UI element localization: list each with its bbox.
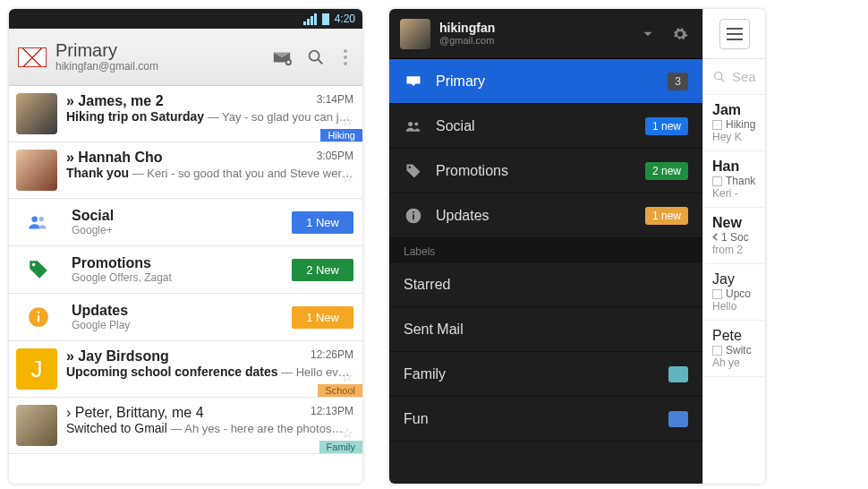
drawer-item-label: Primary (436, 73, 655, 90)
peek-row[interactable]: Han Thank Keri - (703, 151, 765, 208)
drawer-item-label: Starred (404, 277, 688, 293)
drawer-item-updates[interactable]: Updates 1 new (389, 193, 702, 238)
signal-icon (303, 13, 317, 25)
drawer-item-promotions[interactable]: Promotions 2 new (389, 149, 702, 193)
status-bar: 4:20 (9, 9, 362, 29)
drawer-item-label: Sent Mail (404, 322, 688, 338)
checkbox-icon[interactable] (712, 120, 722, 130)
label-chip[interactable]: Family (319, 441, 362, 453)
drawer-item-fun[interactable]: Fun (389, 397, 702, 442)
info-icon (404, 207, 423, 225)
chevron-down-icon[interactable] (636, 22, 660, 46)
peek-row[interactable]: Jam Hiking Hey K (703, 95, 765, 151)
drawer-account-header[interactable]: hikingfan @gmail.com (389, 9, 702, 59)
nav-drawer[interactable]: hikingfan @gmail.com Primary 3 Social 1 … (389, 9, 702, 484)
svg-point-14 (715, 72, 722, 79)
account-avatar[interactable] (400, 19, 430, 49)
sender-avatar[interactable]: J (16, 348, 57, 390)
peek-row[interactable]: New 1 Soc from 2 (703, 208, 765, 264)
gmail-logo-icon[interactable] (18, 47, 47, 67)
android-gmail-screen: 4:20 Primary hikingfan@gmail.com (9, 9, 362, 484)
status-time: 4:20 (335, 13, 355, 25)
sender-avatar[interactable] (16, 150, 57, 191)
checkbox-icon[interactable] (712, 289, 722, 299)
conversation-row[interactable]: » James, me 2 3:14PM Hiking trip on Satu… (9, 86, 362, 142)
action-bar-titles[interactable]: Primary hikingfan@gmail.com (55, 40, 260, 73)
star-icon[interactable]: ☆ (341, 425, 353, 442)
checkbox-icon[interactable] (712, 176, 722, 186)
svg-rect-6 (38, 315, 39, 322)
label-color-swatch (668, 366, 688, 382)
gear-icon[interactable] (668, 22, 692, 46)
label-chip[interactable]: School (318, 384, 362, 397)
drawer-item-primary[interactable]: Primary 3 (389, 59, 702, 104)
subject: Switched to Gmail (66, 421, 167, 435)
peek-sender: Jam (712, 102, 765, 118)
category-updates[interactable]: Updates Google Play 1 New (9, 294, 362, 341)
svg-point-2 (31, 217, 38, 223)
category-name: Promotions (72, 255, 279, 271)
subject: Upcoming school conference dates (66, 365, 278, 379)
search-placeholder: Sea (732, 69, 756, 84)
svg-point-4 (32, 263, 35, 266)
timestamp: 3:14PM (317, 93, 353, 109)
drawer-item-family[interactable]: Family (389, 352, 702, 397)
search-icon[interactable] (303, 45, 328, 70)
label-color-swatch (668, 411, 688, 427)
inbox-title: Primary (55, 40, 260, 61)
svg-rect-13 (413, 211, 414, 213)
conversation-row[interactable]: » Hannah Cho 3:05PM Thank you — Keri - s… (9, 142, 362, 199)
search-icon (712, 70, 727, 84)
action-bar: Primary hikingfan@gmail.com (9, 29, 362, 86)
drawer-item-social[interactable]: Social 1 new (389, 104, 702, 149)
peek-sender: Han (712, 159, 765, 175)
ios-gmail-screen: hikingfan @gmail.com Primary 3 Social 1 … (389, 9, 765, 484)
sender-line: » Hannah Cho (66, 150, 163, 166)
svg-rect-7 (38, 312, 39, 313)
drawer-item-label: Family (404, 366, 656, 382)
peek-row[interactable]: Pete Switc Ah ye (703, 321, 765, 377)
star-icon[interactable]: ☆ (341, 113, 353, 130)
conversation-row[interactable]: J » Jay Birdsong 12:26PM Upcoming school… (9, 341, 362, 398)
svg-point-10 (409, 166, 412, 168)
category-promotions[interactable]: Promotions Google Offers, Zagat 2 New (9, 246, 362, 294)
peek-sender: Jay (712, 271, 765, 287)
star-icon[interactable]: ☆ (341, 169, 353, 186)
category-name: Social (72, 208, 279, 224)
content-peek[interactable]: Sea Jam Hiking Hey K Han Thank Keri - Ne… (702, 9, 765, 484)
star-icon[interactable]: ☆ (341, 368, 353, 385)
snippet: Keri - so good that you and Steve were a… (147, 167, 353, 180)
svg-point-9 (414, 122, 418, 125)
svg-point-3 (39, 217, 44, 221)
peek-row[interactable]: Jay Upco Hello (703, 264, 765, 321)
hamburger-icon[interactable] (719, 19, 750, 49)
checkbox-icon[interactable] (712, 346, 722, 356)
search-field[interactable]: Sea (703, 59, 765, 95)
category-sub: Google Play (72, 319, 279, 331)
conversation-row[interactable]: › Peter, Brittany, me 4 12:13PM Switched… (9, 398, 362, 454)
category-social[interactable]: Social Google+ 1 New (9, 199, 362, 246)
drawer-item-sent[interactable]: Sent Mail (389, 307, 702, 352)
timestamp: 12:26PM (311, 348, 353, 365)
drawer-item-starred[interactable]: Starred (389, 262, 702, 307)
sender-avatar[interactable] (16, 405, 57, 446)
drawer-item-label: Social (436, 118, 633, 134)
inbox-icon (404, 73, 423, 90)
overflow-menu-icon[interactable] (337, 49, 353, 65)
battery-icon (322, 13, 329, 25)
new-badge: 1 New (292, 306, 353, 329)
conversation-list[interactable]: » James, me 2 3:14PM Hiking trip on Satu… (9, 86, 362, 484)
sender-line: › Peter, Brittany, me 4 (66, 405, 204, 421)
compose-icon[interactable] (269, 45, 294, 70)
count-badge: 2 new (645, 162, 688, 180)
subject: Thank you (66, 166, 129, 180)
new-badge: 1 New (292, 211, 353, 234)
snippet: Ah yes - here are the photos… there are … (184, 422, 353, 435)
tag-icon (404, 162, 423, 180)
label-chip[interactable]: Hiking (320, 129, 362, 142)
drawer-item-label: Promotions (436, 163, 633, 179)
account-name: hikingfan (439, 21, 627, 35)
people-icon (404, 117, 423, 135)
count-badge: 1 new (645, 207, 688, 225)
sender-avatar[interactable] (16, 93, 57, 134)
